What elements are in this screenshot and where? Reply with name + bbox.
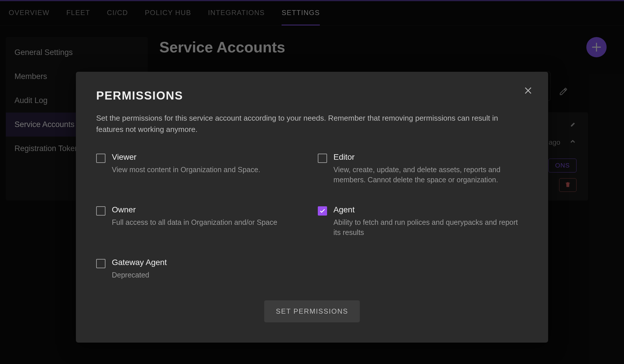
- permission-label: Agent: [333, 205, 519, 214]
- permission-label: Viewer: [112, 152, 260, 162]
- permission-desc: Ability to fetch and run polices and que…: [333, 217, 519, 238]
- modal-overlay[interactable]: PERMISSIONS Set the permissions for this…: [0, 0, 624, 364]
- close-button[interactable]: [523, 86, 533, 97]
- permission-editor: Editor View, create, update, and delete …: [318, 152, 528, 185]
- checkbox-gateway-agent[interactable]: [96, 259, 105, 268]
- permission-desc: Full access to all data in Organization …: [112, 217, 277, 227]
- checkbox-agent[interactable]: [318, 206, 327, 216]
- checkbox-viewer[interactable]: [96, 154, 105, 163]
- permission-agent: Agent Ability to fetch and run polices a…: [318, 205, 528, 238]
- checkbox-editor[interactable]: [318, 154, 327, 163]
- close-icon: [523, 86, 533, 95]
- permission-gateway-agent: Gateway Agent Deprecated: [96, 258, 306, 280]
- modal-description: Set the permissions for this service acc…: [96, 113, 508, 135]
- modal-title: PERMISSIONS: [96, 89, 528, 102]
- permission-viewer: Viewer View most content in Organization…: [96, 152, 306, 185]
- permission-owner: Owner Full access to all data in Organiz…: [96, 205, 306, 238]
- check-icon: [319, 208, 326, 214]
- permission-desc: View most content in Organization and Sp…: [112, 165, 260, 175]
- permissions-modal: PERMISSIONS Set the permissions for this…: [76, 72, 548, 343]
- permission-desc: View, create, update, and delete assets,…: [333, 165, 519, 185]
- permission-label: Owner: [112, 205, 277, 214]
- permission-label: Editor: [333, 152, 519, 162]
- permission-desc: Deprecated: [112, 270, 167, 280]
- permission-label: Gateway Agent: [112, 258, 167, 267]
- checkbox-owner[interactable]: [96, 206, 105, 216]
- set-permissions-button[interactable]: SET PERMISSIONS: [264, 300, 360, 322]
